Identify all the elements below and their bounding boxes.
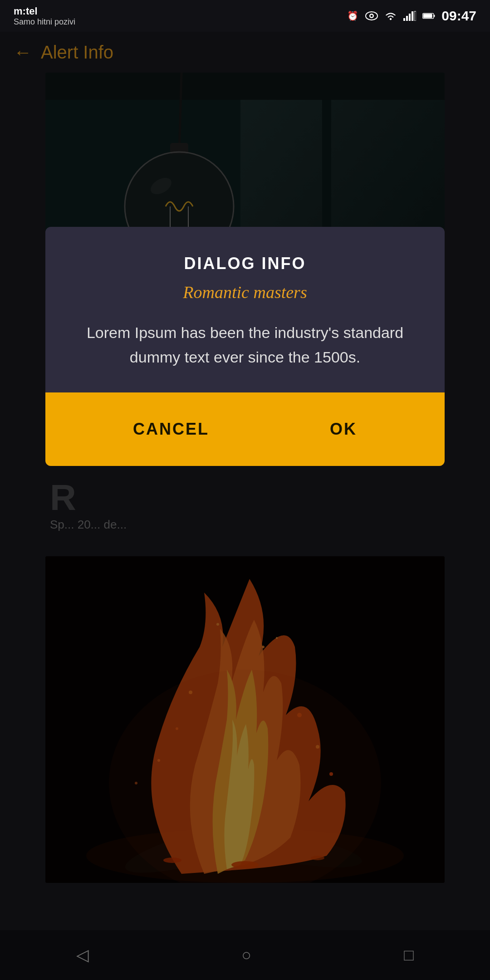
dialog-body-text: Lorem Ipsum has been the industry's stan…: [68, 320, 422, 370]
carrier-name: m:tel: [14, 5, 75, 17]
dialog-title: DIALOG INFO: [68, 254, 422, 273]
svg-rect-11: [423, 14, 432, 18]
big-letter: R: [50, 480, 440, 516]
page-title: Alert Info: [41, 42, 113, 63]
alarm-icon: ⏰: [346, 10, 359, 22]
svg-point-38: [276, 637, 278, 639]
status-bar: m:tel Samo hitni pozivi ⏰: [0, 0, 490, 32]
fire-image: [45, 556, 445, 883]
svg-rect-16: [45, 73, 445, 100]
status-right: ⏰: [346, 8, 476, 24]
nav-back-button[interactable]: ◁: [76, 946, 89, 965]
back-button[interactable]: ←: [14, 42, 32, 63]
svg-rect-6: [409, 14, 411, 21]
cancel-button[interactable]: CANCEL: [119, 415, 223, 443]
signal-icon: [403, 10, 416, 22]
dialog-card-container: DIALOG INFO Romantic masters Lorem Ipsum…: [45, 227, 445, 466]
eye-icon: [365, 10, 378, 22]
top-bar: ← Alert Info: [0, 32, 490, 73]
svg-point-33: [262, 646, 265, 648]
dialog-buttons: CANCEL OK: [45, 392, 445, 466]
text-section: R Sp... 20... de...: [45, 466, 445, 547]
dialog-subtitle: Romantic masters: [68, 282, 422, 302]
svg-rect-5: [406, 16, 408, 21]
network-mode: Samo hitni pozivi: [14, 17, 75, 27]
dialog-card: DIALOG INFO Romantic masters Lorem Ipsum…: [45, 227, 445, 466]
svg-point-2: [371, 15, 373, 17]
ok-button[interactable]: OK: [316, 415, 371, 443]
preview-text: Sp... 20... de...: [50, 516, 440, 534]
dialog-body: DIALOG INFO Romantic masters Lorem Ipsum…: [45, 227, 445, 392]
content-area: DIALOG INFO Romantic masters Lorem Ipsum…: [0, 73, 490, 883]
nav-recents-button[interactable]: □: [404, 946, 414, 965]
svg-point-37: [216, 623, 219, 626]
nav-home-button[interactable]: ○: [241, 946, 251, 965]
svg-rect-7: [412, 11, 413, 21]
battery-icon: [422, 10, 435, 22]
svg-rect-10: [434, 15, 435, 17]
status-left: m:tel Samo hitni pozivi: [14, 5, 75, 27]
svg-point-3: [390, 18, 392, 20]
nav-bar: ◁ ○ □: [0, 930, 490, 980]
status-time: 09:47: [441, 8, 476, 24]
svg-rect-8: [414, 11, 416, 21]
svg-rect-4: [403, 18, 405, 21]
wifi-icon: [384, 10, 397, 22]
